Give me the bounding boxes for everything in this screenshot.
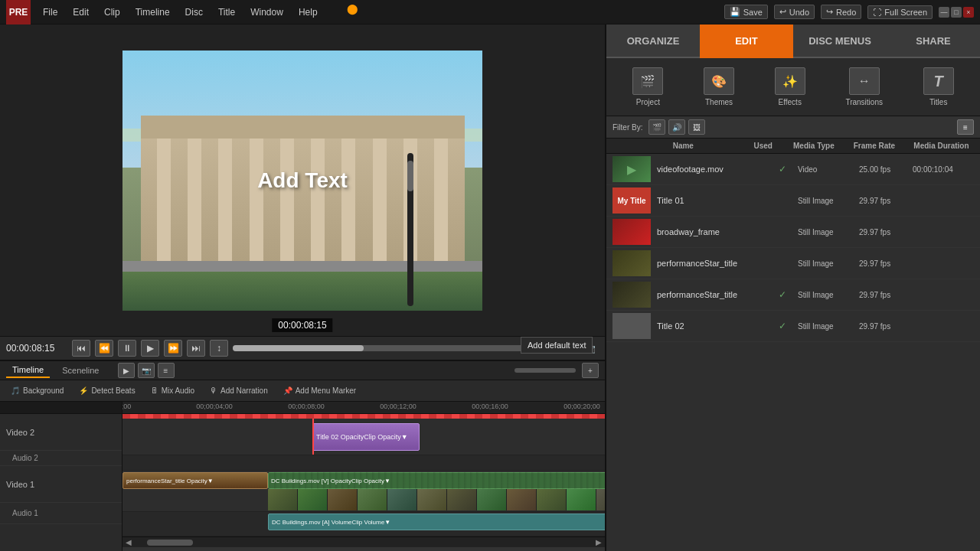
action-menu-marker[interactable]: 📌 Add Menu Marker bbox=[279, 385, 361, 396]
titles-button[interactable]: T Titles bbox=[917, 64, 960, 109]
video2-label-text: Video 2 bbox=[6, 428, 34, 437]
filter-video-button[interactable]: 🎬 bbox=[648, 119, 665, 135]
perf-clip-bar[interactable]: performanceStar_title Opacity▼ bbox=[122, 472, 268, 489]
timeline-settings-button[interactable]: ≡ bbox=[158, 363, 175, 378]
media-row-2[interactable]: My Title Title 01 Still Image 29.97 fps bbox=[606, 185, 980, 217]
col-header-type: Media Type bbox=[793, 142, 854, 150]
app-logo: PRE bbox=[6, 0, 31, 24]
tc-5: 00;00;20;00 bbox=[564, 403, 600, 410]
menu-title[interactable]: Title bbox=[215, 5, 238, 19]
preview-frame: Add Text bbox=[122, 51, 482, 311]
effects-button[interactable]: ✨ Effects bbox=[769, 64, 812, 109]
mix-icon: 🎚 bbox=[151, 386, 158, 395]
timeline-scrollbar[interactable]: ◀ ▶ bbox=[122, 536, 605, 547]
scroll-right-icon[interactable]: ▶ bbox=[596, 538, 602, 546]
audio2-track bbox=[122, 455, 605, 471]
scroll-left-icon[interactable]: ◀ bbox=[126, 538, 132, 546]
tab-edit[interactable]: EDIT bbox=[700, 24, 793, 58]
project-button[interactable]: 🎬 Project bbox=[626, 64, 669, 109]
themes-button[interactable]: 🎨 Themes bbox=[697, 64, 740, 109]
pause-button[interactable]: ⏸ bbox=[118, 340, 136, 357]
media-fps-4: 29.97 fps bbox=[859, 259, 913, 268]
playback-slider[interactable] bbox=[233, 345, 560, 351]
split-button[interactable]: ↕ bbox=[210, 340, 228, 357]
timeline-view-controls: ▶ 📷 ≡ bbox=[118, 363, 175, 378]
rewind-button[interactable]: ⏪ bbox=[95, 340, 113, 357]
menu-timeline[interactable]: Timeline bbox=[132, 5, 173, 19]
titles-label: Titles bbox=[929, 98, 948, 106]
media-row-1[interactable]: ▶ videofootage.mov ✓ Video 25.00 fps 00:… bbox=[606, 154, 980, 185]
tc-3: 00;00;12;00 bbox=[380, 403, 416, 410]
preview-overlay-text[interactable]: Add Text bbox=[257, 168, 348, 193]
media-row-3[interactable]: broadway_frame Still Image 29.97 fps bbox=[606, 217, 980, 248]
mic-icon: 🎙 bbox=[210, 386, 217, 395]
transitions-button[interactable]: ↔ Transitions bbox=[839, 64, 889, 109]
col-header-thumb bbox=[612, 142, 673, 150]
fullscreen-button[interactable]: ⛶ Full Screen bbox=[867, 5, 933, 19]
media-type-4: Still Image bbox=[798, 259, 859, 268]
filter-audio-button[interactable]: 🔊 bbox=[668, 119, 685, 135]
media-type-5: Still Image bbox=[798, 291, 859, 299]
minimize-button[interactable]: — bbox=[939, 7, 949, 18]
media-thumb-5 bbox=[612, 282, 651, 308]
media-table-header: Name Used Media Type Frame Rate Media Du… bbox=[606, 139, 980, 154]
thumb-frame bbox=[298, 489, 327, 510]
action-background[interactable]: 🎵 Background bbox=[6, 385, 68, 396]
tab-disc[interactable]: DISC MENUS bbox=[793, 24, 887, 58]
buildings-label: DC Buildings.mov [V] OpacityClip Opacity… bbox=[268, 472, 605, 489]
menu-clip[interactable]: Clip bbox=[101, 5, 123, 19]
preview-area: Add Text 00:00:08:15 bbox=[0, 24, 605, 336]
zoom-in-button[interactable]: + bbox=[582, 363, 599, 378]
media-row-4[interactable]: performanceStar_title Still Image 29.97 … bbox=[606, 248, 980, 279]
close-button[interactable]: × bbox=[963, 7, 974, 18]
audio-clip-label: DC Buildings.mov [A] VolumeClip Volume▼ bbox=[272, 519, 390, 526]
action-detect-beats[interactable]: ⚡ Detect Beats bbox=[74, 385, 139, 396]
tab-organize[interactable]: ORGANIZE bbox=[606, 24, 700, 58]
zoom-slider[interactable] bbox=[514, 368, 576, 373]
filter-image-button[interactable]: 🖼 bbox=[688, 119, 705, 135]
buildings-clip[interactable]: DC Buildings.mov [V] OpacityClip Opacity… bbox=[268, 472, 605, 489]
tab-timeline[interactable]: Timeline bbox=[6, 363, 50, 378]
camera-snap-button[interactable]: 📷 bbox=[138, 363, 155, 378]
play-timeline-button[interactable]: ▶ bbox=[118, 363, 135, 378]
media-name-4: performanceStar_title bbox=[657, 259, 767, 268]
tab-sceneline[interactable]: Sceneline bbox=[56, 364, 105, 377]
thumb-frame bbox=[507, 489, 536, 510]
audio-clip[interactable]: DC Buildings.mov [A] VolumeClip Volume▼ bbox=[268, 514, 605, 530]
col-header-used: Used bbox=[733, 142, 793, 150]
goto-start-button[interactable]: ⏮ bbox=[72, 340, 90, 357]
thumb-img-2: My Title bbox=[612, 187, 651, 214]
fullscreen-label: Full Screen bbox=[884, 8, 927, 17]
video-thumb-icon: ▶ bbox=[627, 162, 636, 177]
menu-disc[interactable]: Disc bbox=[182, 5, 206, 19]
list-view-button[interactable]: ≡ bbox=[957, 119, 974, 135]
step-forward-button[interactable]: ⏩ bbox=[164, 340, 182, 357]
undo-button[interactable]: ↩ Undo bbox=[774, 5, 815, 19]
menu-file[interactable]: File bbox=[40, 5, 60, 19]
right-tabs: ORGANIZE EDIT DISC MENUS SHARE bbox=[606, 24, 980, 58]
goto-end-button[interactable]: ⏭ bbox=[187, 340, 205, 357]
media-row-5[interactable]: performanceStar_title ✓ Still Image 29.9… bbox=[606, 279, 980, 311]
title02-clip[interactable]: Title 02 OpacityClip Opacity▼ bbox=[312, 423, 420, 451]
restore-button[interactable]: □ bbox=[951, 7, 962, 18]
right-scrollbar[interactable] bbox=[407, 153, 413, 306]
action-mix-audio[interactable]: 🎚 Mix Audio bbox=[146, 385, 199, 396]
timeline-content: Video 2 Audio 2 Video 1 Audio 1 bbox=[0, 402, 605, 551]
save-button[interactable]: 💾 Save bbox=[724, 5, 768, 19]
tab-share[interactable]: SHARE bbox=[887, 24, 980, 58]
media-thumb-2: My Title bbox=[612, 187, 651, 214]
menu-window[interactable]: Window bbox=[247, 5, 286, 19]
redo-button[interactable]: ↪ Redo bbox=[821, 5, 861, 19]
action-narration[interactable]: 🎙 Add Narration bbox=[205, 385, 273, 396]
play-button[interactable]: ▶ bbox=[141, 340, 159, 357]
timeline-actions: 🎵 Background ⚡ Detect Beats 🎚 Mix Audio … bbox=[0, 380, 605, 402]
media-row-6[interactable]: Title 02 ✓ Still Image 29.97 fps bbox=[606, 311, 980, 342]
right-scrollbar-thumb[interactable] bbox=[407, 161, 413, 191]
save-icon: 💾 bbox=[730, 7, 740, 17]
scroll-thumb[interactable] bbox=[147, 540, 193, 546]
tc-1: 00;00;04;00 bbox=[196, 403, 233, 410]
audio2-sublabel: Audio 2 bbox=[0, 451, 122, 466]
detect-icon: ⚡ bbox=[79, 386, 88, 395]
menu-edit[interactable]: Edit bbox=[70, 5, 92, 19]
video1-label-text: Video 1 bbox=[6, 480, 34, 489]
